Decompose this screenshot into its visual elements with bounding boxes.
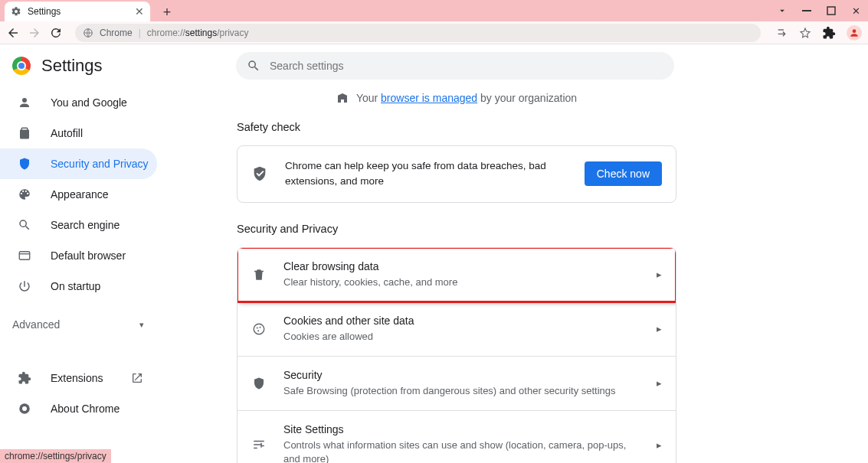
sidebar-item-you-and-google[interactable]: You and Google [0,87,157,118]
browser-icon [17,249,32,262]
omnibox-label: Chrome [100,28,133,38]
settings-sidebar: You and Google Autofill Security and Pri… [0,44,195,463]
sidebar-item-label: Autofill [51,127,83,139]
security-privacy-card: Clear browsing data Clear history, cooki… [237,247,676,464]
sidebar-item-search-engine[interactable]: Search engine [0,210,157,240]
status-bar: chrome://settings/privacy [0,449,111,463]
tune-icon [251,438,267,452]
row-security[interactable]: Security Safe Browsing (protection from … [237,356,676,410]
address-bar[interactable]: Chrome | chrome://settings/privacy [75,24,761,42]
share-icon[interactable] [776,27,788,39]
close-window-icon[interactable]: ✕ [850,5,862,17]
sidebar-item-on-startup[interactable]: On startup [0,271,157,302]
sidebar-item-about-chrome[interactable]: About Chrome [0,393,157,424]
clipboard-icon [17,126,32,140]
row-title: Site Settings [283,423,640,435]
sidebar-item-label: Security and Privacy [51,158,149,170]
sidebar-item-extensions[interactable]: Extensions [0,363,157,393]
back-button[interactable] [6,26,20,40]
power-icon [17,279,32,293]
forward-button[interactable] [28,26,41,40]
main-content: Your browser is managed by your organiza… [195,44,676,463]
svg-point-9 [257,327,258,328]
row-title: Clear browsing data [283,260,640,272]
svg-point-10 [260,327,261,328]
profile-avatar[interactable] [847,25,862,41]
search-icon [17,218,32,232]
reload-button[interactable] [49,26,63,40]
chevron-down-icon[interactable] [776,5,788,17]
maximize-icon[interactable] [825,5,837,17]
browser-tab[interactable]: Settings ✕ [5,2,150,21]
person-icon [17,96,32,109]
close-tab-icon[interactable]: ✕ [135,5,144,18]
safety-check-card: Chrome can help keep you safe from data … [237,145,676,203]
sidebar-item-appearance[interactable]: Appearance [0,179,157,210]
extensions-icon [17,371,32,385]
svg-rect-4 [19,252,30,260]
sidebar-item-default-browser[interactable]: Default browser [0,240,157,271]
tab-title: Settings [28,6,129,17]
svg-point-11 [257,330,259,331]
chrome-icon [17,402,32,416]
svg-point-7 [22,406,27,411]
star-icon[interactable] [799,27,811,39]
cookie-icon [251,322,267,336]
sidebar-item-label: Extensions [51,372,103,384]
row-subtitle: Safe Browsing (protection from dangerous… [283,384,640,398]
row-clear-browsing-data[interactable]: Clear browsing data Clear history, cooki… [237,248,676,302]
sidebar-item-label: About Chrome [51,403,120,415]
sidebar-item-label: Default browser [51,249,126,262]
row-subtitle: Clear history, cookies, cache, and more [283,276,640,289]
sidebar-item-label: Search engine [51,219,120,231]
globe-icon [83,28,93,38]
chevron-right-icon: ▸ [657,377,662,389]
palette-icon [17,187,32,201]
check-now-button[interactable]: Check now [585,161,662,186]
chevron-right-icon: ▸ [657,269,662,280]
sidebar-item-autofill[interactable]: Autofill [0,118,157,148]
chevron-right-icon: ▸ [657,323,662,334]
row-title: Security [283,369,640,381]
sidebar-item-label: On startup [51,280,100,292]
safety-check-heading: Safety check [237,121,676,133]
chevron-right-icon: ▸ [657,439,662,451]
security-privacy-heading: Security and Privacy [237,223,676,235]
managed-link[interactable]: browser is managed [381,92,477,104]
chevron-down-icon: ▾ [139,320,144,330]
row-cookies[interactable]: Cookies and other site data Cookies are … [237,302,676,356]
row-title: Cookies and other site data [283,315,640,327]
row-subtitle: Controls what information sites can use … [283,439,640,463]
sidebar-item-label: You and Google [51,96,127,109]
building-icon [336,92,349,104]
browser-toolbar: Chrome | chrome://settings/privacy [0,21,868,44]
svg-rect-0 [802,10,811,11]
safety-check-text: Chrome can help keep you safe from data … [285,158,568,190]
shield-icon [251,377,267,390]
new-tab-button[interactable]: + [158,3,176,21]
sidebar-item-label: Appearance [51,188,109,201]
svg-rect-1 [827,7,835,15]
trash-icon [251,268,267,282]
advanced-label: Advanced [12,318,60,331]
shield-icon [17,157,32,171]
managed-banner: Your browser is managed by your organiza… [237,92,676,104]
svg-point-8 [254,324,264,334]
row-site-settings[interactable]: Site Settings Controls what information … [237,410,676,463]
row-subtitle: Cookies are allowed [283,330,640,344]
minimize-icon[interactable] [801,5,813,17]
shield-check-icon [251,165,268,182]
extensions-icon[interactable] [822,26,836,40]
gear-icon [11,6,21,17]
sidebar-advanced-toggle[interactable]: Advanced ▾ [0,309,161,340]
open-external-icon [131,372,143,384]
sidebar-item-security-privacy[interactable]: Security and Privacy [0,148,157,179]
svg-rect-3 [778,29,784,30]
tab-strip: Settings ✕ + ✕ [0,0,868,21]
